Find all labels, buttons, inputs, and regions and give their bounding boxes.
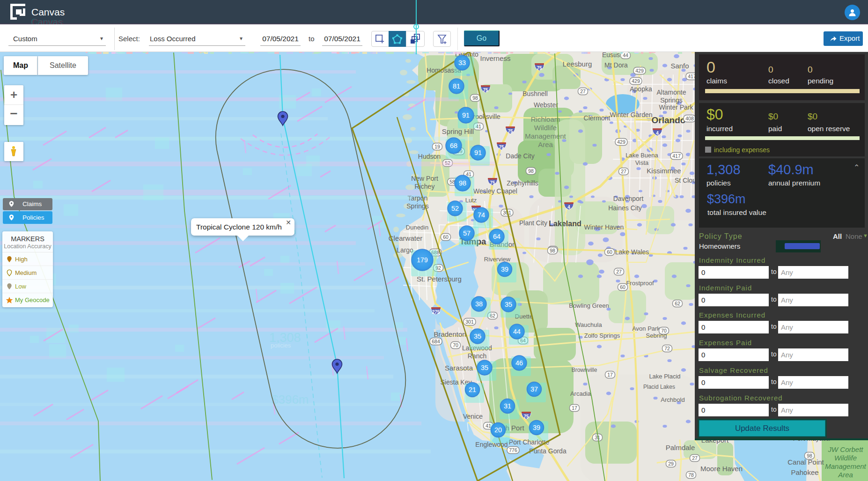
svg-text:Inverness: Inverness	[480, 54, 510, 62]
svg-text:Pahokee: Pahokee	[791, 468, 818, 476]
svg-text:Lakeland: Lakeland	[549, 220, 581, 228]
svg-text:38: 38	[475, 300, 483, 308]
svg-text:64: 64	[493, 233, 500, 240]
svg-text:Frostproof: Frostproof	[626, 280, 654, 287]
svg-text:Sanfo: Sanfo	[670, 62, 689, 70]
svg-text:Sarasota: Sarasota	[445, 364, 473, 372]
svg-text:19: 19	[434, 144, 440, 149]
svg-text:429: 429	[617, 139, 625, 145]
svg-text:60: 60	[443, 234, 449, 240]
svg-text:Bushnell: Bushnell	[522, 90, 548, 97]
svg-text:Largo: Largo	[397, 246, 413, 254]
svg-text:684: 684	[432, 339, 440, 344]
svg-text:Orlando: Orlando	[652, 115, 686, 125]
svg-text:Wauchula: Wauchula	[575, 321, 602, 328]
svg-text:Placid Lakes: Placid Lakes	[643, 384, 675, 390]
svg-text:91: 91	[474, 149, 482, 156]
svg-text:44: 44	[513, 328, 521, 335]
svg-text:27: 27	[616, 269, 622, 274]
svg-text:Wildlife: Wildlife	[534, 124, 557, 132]
svg-text:Lake Buena: Lake Buena	[625, 152, 658, 159]
svg-text:39: 39	[533, 424, 540, 431]
svg-text:429: 429	[632, 78, 640, 84]
svg-text:4: 4	[567, 205, 570, 210]
svg-text:Area: Area	[838, 471, 853, 479]
svg-text:Bowling Green: Bowling Green	[569, 302, 609, 309]
svg-text:75: 75	[499, 145, 504, 150]
svg-text:75: 75	[523, 414, 529, 419]
svg-text:Clearwater: Clearwater	[389, 234, 423, 242]
svg-text:275: 275	[432, 310, 440, 315]
svg-text:46: 46	[515, 359, 523, 367]
svg-text:Wesley Chapel: Wesley Chapel	[473, 187, 517, 195]
svg-text:68: 68	[450, 142, 457, 149]
svg-text:Canal Point: Canal Point	[787, 458, 824, 466]
svg-text:98: 98	[550, 248, 555, 253]
svg-text:57: 57	[463, 229, 471, 237]
svg-text:4: 4	[656, 131, 659, 136]
svg-text:Spring Hill: Spring Hill	[442, 127, 474, 135]
svg-text:Lake Wales: Lake Wales	[615, 248, 649, 256]
svg-text:Leesburg: Leesburg	[563, 60, 592, 68]
svg-text:Winter Park: Winter Park	[659, 104, 693, 111]
svg-text:62: 62	[675, 301, 680, 306]
svg-text:Altamonte: Altamonte	[656, 89, 686, 96]
svg-text:Winter Haven: Winter Haven	[584, 223, 624, 231]
svg-text:Management: Management	[825, 462, 866, 470]
svg-text:Riverview: Riverview	[484, 256, 511, 263]
svg-text:776: 776	[509, 447, 517, 453]
svg-text:179: 179	[417, 256, 428, 264]
svg-text:70: 70	[661, 328, 667, 333]
svg-text:Wildlife: Wildlife	[834, 454, 857, 462]
svg-text:98: 98	[459, 179, 466, 187]
svg-text:35: 35	[481, 364, 488, 371]
svg-text:408: 408	[685, 116, 694, 121]
svg-text:Avon Park: Avon Park	[632, 325, 660, 332]
svg-text:17: 17	[607, 372, 613, 377]
svg-text:27: 27	[621, 169, 626, 174]
svg-text:JW Corbett: JW Corbett	[827, 445, 863, 453]
svg-text:Lutz: Lutz	[465, 197, 477, 204]
svg-text:Haines City: Haines City	[608, 204, 642, 212]
svg-text:Mt Dora: Mt Dora	[604, 61, 628, 69]
svg-text:Springs: Springs	[660, 96, 682, 104]
svg-text:Winter Garden: Winter Garden	[610, 111, 652, 118]
svg-text:91: 91	[462, 111, 470, 119]
svg-text:75: 75	[490, 180, 495, 185]
svg-text:Venice: Venice	[463, 413, 483, 420]
svg-text:60: 60	[620, 284, 625, 290]
svg-text:75: 75	[483, 88, 488, 93]
svg-text:Webster: Webster	[534, 101, 558, 109]
svg-text:72: 72	[664, 346, 670, 351]
svg-text:Moore Haven: Moore Haven	[700, 465, 743, 473]
svg-text:Plant City: Plant City	[519, 219, 547, 227]
svg-text:98: 98	[807, 453, 812, 459]
svg-text:60: 60	[607, 249, 612, 255]
svg-text:Vista: Vista	[635, 159, 649, 166]
svg-text:81: 81	[453, 82, 460, 90]
svg-text:Archbold: Archbold	[661, 396, 684, 403]
svg-text:$396m: $396m	[272, 392, 309, 407]
svg-text:75: 75	[508, 129, 513, 134]
svg-text:39: 39	[501, 266, 508, 273]
svg-text:75: 75	[537, 66, 542, 71]
svg-text:Dade City: Dade City	[506, 152, 534, 160]
svg-text:21: 21	[469, 386, 476, 393]
svg-text:98: 98	[472, 95, 478, 101]
svg-text:35: 35	[474, 333, 481, 340]
svg-text:Ranch: Ranch	[468, 352, 486, 360]
svg-text:Richloam: Richloam	[531, 115, 560, 123]
svg-text:301: 301	[465, 319, 474, 325]
svg-text:74: 74	[478, 211, 485, 219]
svg-text:37: 37	[530, 385, 538, 393]
svg-text:27: 27	[692, 455, 698, 461]
svg-text:27: 27	[580, 89, 586, 94]
svg-text:Clermont: Clermont	[584, 114, 611, 122]
svg-text:429: 429	[635, 68, 644, 74]
svg-text:Arcadia: Arcadia	[570, 390, 591, 397]
svg-text:Davenport: Davenport	[613, 195, 644, 202]
svg-text:Kissimmee: Kissimmee	[647, 167, 681, 175]
svg-text:Area: Area	[538, 141, 553, 148]
svg-text:417: 417	[672, 153, 681, 159]
svg-text:20: 20	[494, 426, 502, 434]
